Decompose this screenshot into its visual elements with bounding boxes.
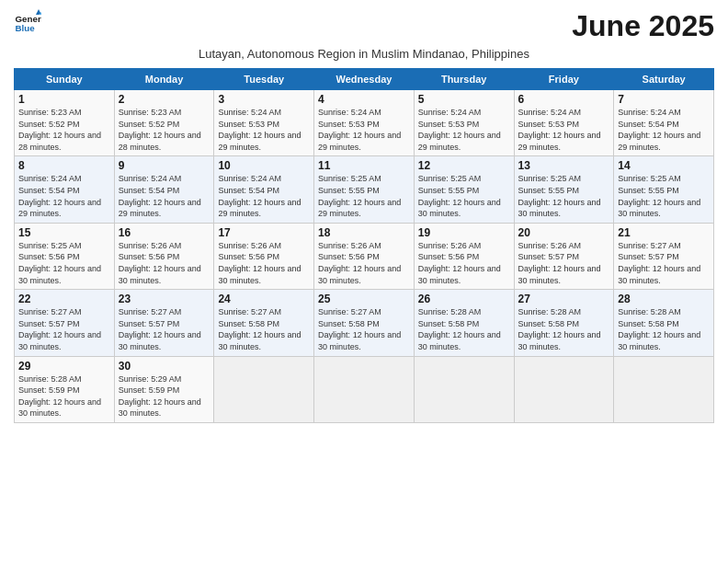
logo: General Blue bbox=[14, 9, 41, 37]
day-number: 2 bbox=[119, 93, 210, 106]
table-row: 13 Sunrise: 5:25 AM Sunset: 5:55 PM Dayl… bbox=[514, 156, 614, 223]
table-row: 14 Sunrise: 5:25 AM Sunset: 5:55 PM Dayl… bbox=[614, 156, 714, 223]
day-number: 16 bbox=[119, 226, 210, 239]
day-info: Sunrise: 5:26 AM Sunset: 5:56 PM Dayligh… bbox=[218, 240, 310, 286]
day-info: Sunrise: 5:28 AM Sunset: 5:58 PM Dayligh… bbox=[518, 306, 610, 352]
day-header-sunday: Sunday bbox=[15, 69, 115, 90]
table-row: 3 Sunrise: 5:24 AM Sunset: 5:53 PM Dayli… bbox=[214, 90, 314, 156]
day-number: 10 bbox=[218, 159, 310, 172]
day-info: Sunrise: 5:23 AM Sunset: 5:52 PM Dayligh… bbox=[18, 107, 110, 153]
day-info: Sunrise: 5:26 AM Sunset: 5:56 PM Dayligh… bbox=[119, 240, 210, 286]
table-row: 8 Sunrise: 5:24 AM Sunset: 5:54 PM Dayli… bbox=[15, 156, 115, 223]
day-info: Sunrise: 5:24 AM Sunset: 5:53 PM Dayligh… bbox=[518, 107, 610, 153]
table-row bbox=[514, 356, 614, 422]
day-number: 3 bbox=[218, 93, 310, 106]
day-number: 17 bbox=[218, 226, 310, 239]
table-row: 23 Sunrise: 5:27 AM Sunset: 5:57 PM Dayl… bbox=[114, 290, 214, 356]
table-row: 11 Sunrise: 5:25 AM Sunset: 5:55 PM Dayl… bbox=[314, 156, 415, 223]
logo-icon: General Blue bbox=[14, 9, 41, 37]
table-row: 16 Sunrise: 5:26 AM Sunset: 5:56 PM Dayl… bbox=[114, 223, 214, 289]
day-number: 19 bbox=[418, 226, 510, 239]
table-row: 1 Sunrise: 5:23 AM Sunset: 5:52 PM Dayli… bbox=[15, 90, 115, 156]
table-row: 20 Sunrise: 5:26 AM Sunset: 5:57 PM Dayl… bbox=[514, 223, 614, 289]
day-number: 12 bbox=[418, 159, 510, 172]
day-number: 27 bbox=[518, 293, 610, 305]
day-number: 13 bbox=[518, 159, 610, 172]
day-info: Sunrise: 5:24 AM Sunset: 5:54 PM Dayligh… bbox=[18, 173, 110, 219]
table-row: 4 Sunrise: 5:24 AM Sunset: 5:53 PM Dayli… bbox=[314, 90, 415, 156]
table-row: 24 Sunrise: 5:27 AM Sunset: 5:58 PM Dayl… bbox=[214, 290, 314, 356]
day-number: 15 bbox=[18, 226, 110, 239]
day-number: 4 bbox=[318, 93, 410, 106]
table-row: 17 Sunrise: 5:26 AM Sunset: 5:56 PM Dayl… bbox=[214, 223, 314, 289]
day-number: 26 bbox=[418, 293, 510, 305]
day-number: 30 bbox=[119, 360, 210, 373]
day-number: 20 bbox=[518, 226, 610, 239]
day-number: 9 bbox=[119, 159, 210, 172]
table-row: 28 Sunrise: 5:28 AM Sunset: 5:58 PM Dayl… bbox=[614, 290, 714, 356]
day-info: Sunrise: 5:27 AM Sunset: 5:58 PM Dayligh… bbox=[218, 306, 310, 352]
day-info: Sunrise: 5:25 AM Sunset: 5:56 PM Dayligh… bbox=[18, 240, 110, 286]
day-number: 18 bbox=[318, 226, 410, 239]
day-number: 24 bbox=[218, 293, 310, 305]
calendar-subtitle: Lutayan, Autonomous Region in Muslim Min… bbox=[14, 47, 714, 61]
day-info: Sunrise: 5:24 AM Sunset: 5:53 PM Dayligh… bbox=[318, 107, 410, 153]
table-row: 19 Sunrise: 5:26 AM Sunset: 5:56 PM Dayl… bbox=[414, 223, 514, 289]
table-row: 5 Sunrise: 5:24 AM Sunset: 5:53 PM Dayli… bbox=[414, 90, 514, 156]
day-info: Sunrise: 5:28 AM Sunset: 5:59 PM Dayligh… bbox=[18, 373, 110, 419]
table-row: 22 Sunrise: 5:27 AM Sunset: 5:57 PM Dayl… bbox=[15, 290, 115, 356]
day-number: 29 bbox=[18, 360, 110, 373]
day-number: 5 bbox=[418, 93, 510, 106]
day-info: Sunrise: 5:28 AM Sunset: 5:58 PM Dayligh… bbox=[618, 306, 710, 352]
day-number: 8 bbox=[18, 159, 110, 172]
day-number: 1 bbox=[18, 93, 110, 106]
day-header-wednesday: Wednesday bbox=[314, 69, 415, 90]
day-header-tuesday: Tuesday bbox=[214, 69, 314, 90]
page-header: General Blue June 2025 bbox=[14, 9, 714, 43]
day-info: Sunrise: 5:28 AM Sunset: 5:58 PM Dayligh… bbox=[418, 306, 510, 352]
day-number: 21 bbox=[618, 226, 710, 239]
day-info: Sunrise: 5:25 AM Sunset: 5:55 PM Dayligh… bbox=[318, 173, 410, 219]
table-row: 2 Sunrise: 5:23 AM Sunset: 5:52 PM Dayli… bbox=[114, 90, 214, 156]
day-info: Sunrise: 5:25 AM Sunset: 5:55 PM Dayligh… bbox=[518, 173, 610, 219]
day-number: 28 bbox=[618, 293, 710, 305]
svg-text:General: General bbox=[16, 14, 42, 24]
table-row: 27 Sunrise: 5:28 AM Sunset: 5:58 PM Dayl… bbox=[514, 290, 614, 356]
day-info: Sunrise: 5:24 AM Sunset: 5:54 PM Dayligh… bbox=[618, 107, 710, 153]
day-info: Sunrise: 5:24 AM Sunset: 5:53 PM Dayligh… bbox=[418, 107, 510, 153]
month-title: June 2025 bbox=[572, 9, 714, 43]
day-number: 25 bbox=[318, 293, 410, 305]
table-row: 29 Sunrise: 5:28 AM Sunset: 5:59 PM Dayl… bbox=[15, 356, 115, 422]
table-row: 25 Sunrise: 5:27 AM Sunset: 5:58 PM Dayl… bbox=[314, 290, 415, 356]
day-info: Sunrise: 5:27 AM Sunset: 5:57 PM Dayligh… bbox=[18, 306, 110, 352]
day-number: 22 bbox=[18, 293, 110, 305]
day-header-friday: Friday bbox=[514, 69, 614, 90]
day-info: Sunrise: 5:26 AM Sunset: 5:56 PM Dayligh… bbox=[418, 240, 510, 286]
day-info: Sunrise: 5:24 AM Sunset: 5:54 PM Dayligh… bbox=[119, 173, 210, 219]
day-info: Sunrise: 5:24 AM Sunset: 5:53 PM Dayligh… bbox=[218, 107, 310, 153]
table-row: 21 Sunrise: 5:27 AM Sunset: 5:57 PM Dayl… bbox=[614, 223, 714, 289]
table-row: 12 Sunrise: 5:25 AM Sunset: 5:55 PM Dayl… bbox=[414, 156, 514, 223]
day-info: Sunrise: 5:23 AM Sunset: 5:52 PM Dayligh… bbox=[119, 107, 210, 153]
svg-text:Blue: Blue bbox=[16, 23, 36, 33]
table-row: 18 Sunrise: 5:26 AM Sunset: 5:56 PM Dayl… bbox=[314, 223, 415, 289]
day-number: 6 bbox=[518, 93, 610, 106]
day-number: 11 bbox=[318, 159, 410, 172]
day-header-monday: Monday bbox=[114, 69, 214, 90]
table-row: 15 Sunrise: 5:25 AM Sunset: 5:56 PM Dayl… bbox=[15, 223, 115, 289]
day-info: Sunrise: 5:24 AM Sunset: 5:54 PM Dayligh… bbox=[218, 173, 310, 219]
day-info: Sunrise: 5:29 AM Sunset: 5:59 PM Dayligh… bbox=[119, 373, 210, 419]
day-info: Sunrise: 5:27 AM Sunset: 5:58 PM Dayligh… bbox=[318, 306, 410, 352]
day-header-thursday: Thursday bbox=[414, 69, 514, 90]
day-info: Sunrise: 5:25 AM Sunset: 5:55 PM Dayligh… bbox=[618, 173, 710, 219]
table-row bbox=[214, 356, 314, 422]
table-row: 26 Sunrise: 5:28 AM Sunset: 5:58 PM Dayl… bbox=[414, 290, 514, 356]
calendar-table: SundayMondayTuesdayWednesdayThursdayFrid… bbox=[14, 68, 714, 423]
day-info: Sunrise: 5:27 AM Sunset: 5:57 PM Dayligh… bbox=[119, 306, 210, 352]
day-info: Sunrise: 5:27 AM Sunset: 5:57 PM Dayligh… bbox=[618, 240, 710, 286]
day-number: 23 bbox=[119, 293, 210, 305]
table-row: 30 Sunrise: 5:29 AM Sunset: 5:59 PM Dayl… bbox=[114, 356, 214, 422]
table-row: 9 Sunrise: 5:24 AM Sunset: 5:54 PM Dayli… bbox=[114, 156, 214, 223]
table-row: 6 Sunrise: 5:24 AM Sunset: 5:53 PM Dayli… bbox=[514, 90, 614, 156]
day-header-saturday: Saturday bbox=[614, 69, 714, 90]
